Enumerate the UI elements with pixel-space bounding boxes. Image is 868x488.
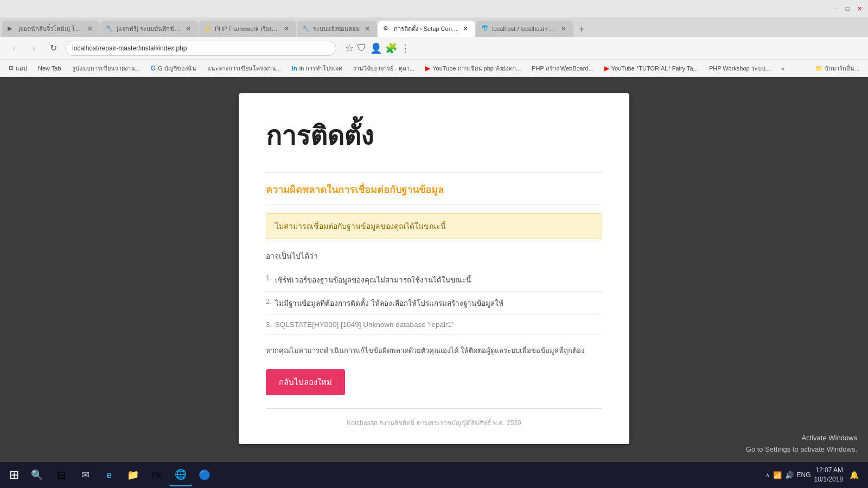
title-bar: ─ □ ✕ xyxy=(0,0,868,17)
taskbar-explorer[interactable]: 📁 xyxy=(122,464,144,486)
back-button[interactable]: ‹ xyxy=(7,41,22,56)
bookmark-5[interactable]: in in การทำโปรเจค xyxy=(288,62,347,75)
tab-4[interactable]: 🔧 ระบบแจ้งซ่อมคอม ✕ xyxy=(297,21,377,37)
tab-close-6[interactable]: ✕ xyxy=(559,24,568,33)
taskbar-extra[interactable]: 🔵 xyxy=(193,464,216,486)
shield-icon: 🛡 xyxy=(357,42,367,54)
title-divider xyxy=(266,172,602,173)
retry-button[interactable]: กลับไปลองใหม่ xyxy=(266,369,345,395)
youtube-icon-9: ▶ xyxy=(604,65,609,72)
tab-close-2[interactable]: ✕ xyxy=(184,24,193,33)
bookmark-9[interactable]: ▶ YouTube *TUTORIAL* Fairy Ta... xyxy=(600,62,703,75)
activate-windows-sub: Go to Settings to activate Windows. xyxy=(746,444,857,455)
extensions-icon[interactable]: 🧩 xyxy=(385,42,397,54)
google-icon: G xyxy=(151,65,156,72)
bookmark-label-6: งานวิจัยอาจารย์ - ตุลา... xyxy=(353,63,414,73)
bookmarks-bar: ⊞ แอป New Tab รูปแบบการเขียนรายงาน... G … xyxy=(0,60,868,77)
bookmark-folder[interactable]: 📁 บักมาร์กอื่น... xyxy=(811,62,864,75)
heading-divider xyxy=(266,204,602,204)
cause-list: 1. เซิร์ฟเวอร์ของฐานข้อมูลของคุณไม่สามาร… xyxy=(266,268,602,335)
tray-up-icon[interactable]: ∧ xyxy=(765,472,770,479)
url-bar[interactable]: localhost/repair-master/install/index.ph… xyxy=(65,41,336,56)
bookmark-label-9: YouTube *TUTORIAL* Fairy Ta... xyxy=(611,65,698,72)
cause-num-3: 3. xyxy=(266,320,272,329)
bookmark-2[interactable]: รูปแบบการเขียนรายงาน... xyxy=(68,62,144,75)
youtube-icon-7: ▶ xyxy=(425,65,430,72)
forward-button[interactable]: › xyxy=(26,41,41,56)
bookmark-more[interactable]: » xyxy=(777,62,789,75)
refresh-button[interactable]: ↻ xyxy=(46,41,61,56)
lang-indicator: ENG xyxy=(797,471,811,479)
cause-item-2: 2. ไม่มีฐานข้อมูลที่ต้องการติดตั้ง ให้ลอ… xyxy=(266,292,602,315)
start-button[interactable]: ⊞ xyxy=(2,463,26,487)
window-controls: ─ □ ✕ xyxy=(831,4,864,13)
close-button[interactable]: ✕ xyxy=(855,4,864,13)
tab-5[interactable]: ⚙ การติดตั้ง › Setup Configuration ✕ xyxy=(378,21,475,37)
minimize-button[interactable]: ─ xyxy=(831,4,840,13)
tab-2[interactable]: 🔧 [แจกฟรี] ระบบบันทึกข้อมูลสำหรับ... ✕ xyxy=(100,21,198,37)
taskbar-mail[interactable]: ✉ xyxy=(74,464,97,486)
bookmark-3[interactable]: G G บัญชีของฉัน xyxy=(146,62,201,75)
taskbar-clock[interactable]: 12:07 AM 10/1/2018 xyxy=(814,466,843,484)
activate-windows-title: Activate Windows xyxy=(746,433,857,444)
bookmark-label-apps: แอป xyxy=(16,63,27,73)
tab-favicon-4: 🔧 xyxy=(302,25,310,33)
edge-icon: e xyxy=(106,470,112,481)
bookmark-label-5: in การทำโปรเจค xyxy=(299,63,343,73)
maximize-button[interactable]: □ xyxy=(843,4,852,13)
tab-6[interactable]: 🐬 localhost / localhost / repair |... ✕ xyxy=(476,21,573,37)
network-icon[interactable]: 📶 xyxy=(773,471,782,479)
taskbar-search-button[interactable]: 🔍 xyxy=(26,464,48,486)
bookmark-label-7: YouTube การเขียน php สังย่อดา... xyxy=(432,63,521,73)
windows-icon: ⊞ xyxy=(9,468,19,482)
bookmark-6[interactable]: งานวิจัยอาจารย์ - ตุลา... xyxy=(349,62,419,75)
bookmark-icon[interactable]: ☆ xyxy=(345,42,354,54)
address-bar: ‹ › ↻ localhost/repair-master/install/in… xyxy=(0,37,868,60)
tab-favicon-1: ▶ xyxy=(8,25,15,33)
bookmark-apps[interactable]: ⊞ แอป xyxy=(4,62,31,75)
taskbar-cortana[interactable]: ⊟ xyxy=(50,464,73,486)
cause-num-2: 2. xyxy=(266,297,272,305)
alert-message: ไม่สามารถเชื่อมต่อกับฐานข้อมูลของคุณได้ใ… xyxy=(275,222,446,230)
taskbar: ⊞ 🔍 ⊟ ✉ e 📁 🛍 🌐 🔵 ∧ 📶 🔊 ENG xyxy=(0,462,868,488)
tab-close-5[interactable]: ✕ xyxy=(461,24,470,33)
bookmark-label-8: PHP สร้าง WebBoard... xyxy=(532,63,593,73)
chrome-icon: 🌐 xyxy=(175,468,187,480)
tab-close-4[interactable]: ✕ xyxy=(363,24,372,33)
profile-icon[interactable]: 👤 xyxy=(370,42,382,54)
taskbar-chrome[interactable]: 🌐 xyxy=(169,464,192,486)
bookmark-label-3: G บัญชีของฉัน xyxy=(158,63,196,73)
notification-button[interactable]: 🔔 xyxy=(846,467,861,483)
bookmark-4[interactable]: แนะทางการเขียนโครงงาน... xyxy=(203,62,285,75)
bookmark-8[interactable]: PHP สร้าง WebBoard... xyxy=(527,62,597,75)
tab-3[interactable]: ⚡ PHP Framework เริ่มเฟรมเวิร์ค โ... ✕ xyxy=(199,21,296,37)
bookmark-label-2: รูปแบบการเขียนรายงาน... xyxy=(72,63,140,73)
taskbar-edge[interactable]: e xyxy=(98,464,120,486)
tab-favicon-3: ⚡ xyxy=(204,25,212,33)
bookmark-10[interactable]: PHP Workshop ระบบ... xyxy=(705,62,775,75)
tab-close-1[interactable]: ✕ xyxy=(86,24,94,33)
bookmark-newtab[interactable]: New Tab xyxy=(34,62,66,75)
tab-label-6: localhost / localhost / repair |... xyxy=(492,25,556,32)
menu-icon[interactable]: ⋮ xyxy=(400,42,410,54)
url-text: localhost/repair-master/install/index.ph… xyxy=(72,44,187,52)
cause-item-1: 1. เซิร์ฟเวอร์ของฐานข้อมูลของคุณไม่สามาร… xyxy=(266,268,602,292)
tab-close-3[interactable]: ✕ xyxy=(282,24,291,33)
footer-divider xyxy=(266,408,602,409)
activate-windows-watermark: Activate Windows Go to Settings to activ… xyxy=(746,433,857,455)
volume-icon[interactable]: 🔊 xyxy=(785,471,794,479)
tab-1[interactable]: ▶ [ยอดนักสืบจิ๋วโดนัม] โดนัมเอ... ✕ xyxy=(2,21,100,37)
alert-box: ไม่สามารถเชื่อมต่อกับฐานข้อมูลของคุณได้ใ… xyxy=(266,213,602,239)
tabs-bar: ▶ [ยอดนักสืบจิ๋วโดนัม] โดนัมเอ... ✕ 🔧 [แ… xyxy=(0,17,868,37)
tab-label-2: [แจกฟรี] ระบบบันทึกข้อมูลสำหรับ... xyxy=(117,24,181,34)
tab-label-5: การติดตั้ง › Setup Configuration xyxy=(394,24,458,34)
bookmark-7[interactable]: ▶ YouTube การเขียน php สังย่อดา... xyxy=(421,62,525,75)
tab-favicon-6: 🐬 xyxy=(481,25,489,33)
tab-favicon-2: 🔧 xyxy=(106,25,113,33)
linkedin-icon: in xyxy=(292,65,297,72)
taskbar-right: ∧ 📶 🔊 ENG 12:07 AM 10/1/2018 🔔 xyxy=(765,466,866,484)
clock-date: 10/1/2018 xyxy=(814,475,843,484)
cortana-icon: ⊟ xyxy=(57,468,66,481)
taskbar-store[interactable]: 🛍 xyxy=(145,464,168,486)
new-tab-button[interactable]: + xyxy=(574,22,589,37)
